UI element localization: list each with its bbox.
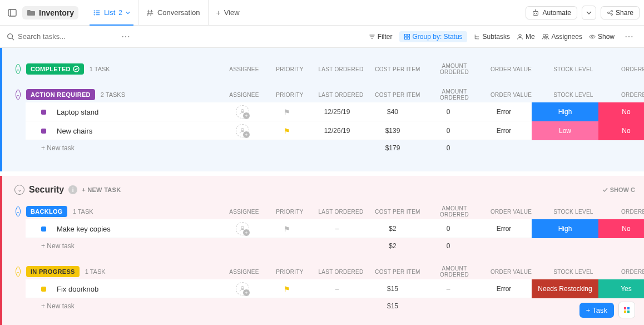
share-button[interactable]: Share xyxy=(601,6,640,19)
assignee-add-button[interactable] xyxy=(236,222,249,235)
amount-cell: 0 xyxy=(420,108,476,116)
svg-point-32 xyxy=(591,36,593,37)
new-task-row[interactable]: + New task $15 xyxy=(26,298,641,314)
share-label: Share xyxy=(616,9,633,17)
task-name: Laptop stand xyxy=(56,108,220,116)
subtasks-button[interactable]: Subtasks xyxy=(474,33,510,41)
check-circle-icon xyxy=(73,66,80,72)
status-square-icon xyxy=(41,129,46,134)
task-row[interactable]: New chairs ⚑ 12/26/19 $139 0 Error Low N… xyxy=(26,121,641,140)
collapse-icon[interactable]: ⌄ xyxy=(14,185,24,195)
status-pill[interactable]: ACTION REQUIRED xyxy=(26,89,95,100)
app-header: Inventory List 2 Conversation + View Aut… xyxy=(0,0,644,26)
assignee-add-button[interactable] xyxy=(236,282,249,296)
column-header: ORDER VALUE xyxy=(483,269,539,275)
tab-label: Conversation xyxy=(157,8,200,17)
tab-add-view[interactable]: + View xyxy=(209,0,247,26)
task-row[interactable]: Laptop stand ⚑ 12/25/19 $40 0 Error High… xyxy=(26,102,641,121)
column-header: PRIORITY xyxy=(267,66,312,72)
apps-icon xyxy=(624,307,630,313)
assignees-label: Assignees xyxy=(552,33,582,41)
new-task-row[interactable]: + New task $179 0 xyxy=(26,140,641,156)
collapse-icon[interactable]: ⌄ xyxy=(16,206,21,216)
amount-cell: 0 xyxy=(420,127,476,135)
collapse-icon[interactable]: ⌄ xyxy=(16,90,21,100)
column-header: ORDERED xyxy=(608,92,644,98)
column-header: COST PER ITEM xyxy=(370,269,425,275)
svg-line-16 xyxy=(609,11,611,12)
group-by-button[interactable]: Group by: Status xyxy=(399,31,467,42)
amount-cell: 0 xyxy=(420,225,476,233)
priority-flag-icon[interactable]: ⚑ xyxy=(284,127,290,135)
svg-point-30 xyxy=(543,34,546,37)
new-task-row[interactable]: + New task $2 0 xyxy=(26,238,641,254)
tab-list[interactable]: List 2 xyxy=(85,0,138,26)
svg-point-36 xyxy=(241,226,244,229)
more-button[interactable]: ⋯ xyxy=(118,31,134,42)
ordered-badge[interactable]: No xyxy=(598,121,644,140)
task-name: New chairs xyxy=(56,127,220,135)
show-closed-button[interactable]: SHOW C xyxy=(602,186,640,193)
floating-actions: + Task xyxy=(579,302,635,318)
status-group: ⌄ COMPLETED 1 TASK ASSIGNEEPRIORITYLAST … xyxy=(13,61,641,77)
group-header: ⌄ COMPLETED 1 TASK ASSIGNEEPRIORITYLAST … xyxy=(13,61,641,77)
column-header: PRIORITY xyxy=(267,269,312,275)
task-count: 1 TASK xyxy=(90,66,110,72)
column-header: AMOUNT ORDERED xyxy=(427,63,482,75)
fab-label: Task xyxy=(592,306,607,314)
show-button[interactable]: Show xyxy=(589,33,615,41)
task-row[interactable]: Fix doorknob ⚑ – $15 – Error Needs Resto… xyxy=(26,279,641,298)
ordered-badge[interactable]: No xyxy=(598,219,644,238)
ordered-badge[interactable]: Yes xyxy=(598,279,644,298)
stock-level-badge[interactable]: Needs Restocking xyxy=(532,279,598,298)
status-group: ⌄ BACKLOG 1 TASK ASSIGNEEPRIORITYLAST OR… xyxy=(13,204,641,254)
group-icon xyxy=(404,33,410,40)
priority-flag-icon[interactable]: ⚑ xyxy=(284,285,290,293)
automate-dropdown-button[interactable] xyxy=(582,6,596,20)
stock-level-badge[interactable]: High xyxy=(532,102,598,121)
info-icon[interactable]: i xyxy=(68,185,77,194)
ordered-badge[interactable]: No xyxy=(598,102,644,121)
status-pill[interactable]: IN PROGRESS xyxy=(26,266,80,277)
sidebar-icon xyxy=(8,8,17,17)
toolbar-more-button[interactable]: ⋯ xyxy=(621,31,637,42)
folder-title-button[interactable]: Inventory xyxy=(22,6,78,19)
toolbar-right: Filter Group by: Status Subtasks Me Assi… xyxy=(369,31,637,42)
stock-level-badge[interactable]: Low xyxy=(532,121,598,140)
task-row[interactable]: Make key copies ⚑ – $2 0 Error High No xyxy=(26,219,641,238)
check-icon xyxy=(602,187,608,193)
tab-conversation[interactable]: Conversation xyxy=(138,0,209,26)
folder-name: Inventory xyxy=(39,8,74,17)
assignees-button[interactable]: Assignees xyxy=(542,33,582,41)
svg-rect-24 xyxy=(407,34,409,36)
status-pill[interactable]: BACKLOG xyxy=(26,206,67,217)
apps-fab[interactable] xyxy=(618,302,635,318)
collapse-icon[interactable]: ⌄ xyxy=(16,64,21,74)
me-button[interactable]: Me xyxy=(517,33,535,41)
view-tabs: List 2 Conversation + View xyxy=(85,0,247,26)
assignee-add-button[interactable] xyxy=(236,105,249,119)
stock-level-badge[interactable]: High xyxy=(532,219,598,238)
column-header: ASSIGNEE xyxy=(222,269,266,275)
new-task-label: + New task xyxy=(26,144,220,152)
collapse-icon[interactable]: ⌄ xyxy=(16,267,21,277)
filter-button[interactable]: Filter xyxy=(369,33,393,41)
hash-icon xyxy=(146,9,154,17)
status-pill[interactable]: COMPLETED xyxy=(26,63,84,75)
task-name: Make key copies xyxy=(56,225,220,233)
search-icon xyxy=(7,33,14,41)
automate-button[interactable]: Automate xyxy=(526,6,577,19)
new-task-link[interactable]: + NEW TASK xyxy=(82,186,121,193)
svg-point-2 xyxy=(94,10,95,11)
assignee-add-button[interactable] xyxy=(236,124,249,137)
priority-flag-icon[interactable]: ⚑ xyxy=(284,225,290,233)
column-header: AMOUNT ORDERED xyxy=(427,88,482,101)
tab-label: List xyxy=(104,8,115,17)
svg-point-10 xyxy=(536,13,537,14)
priority-flag-icon[interactable]: ⚑ xyxy=(284,108,290,116)
sidebar-toggle-button[interactable] xyxy=(4,5,20,21)
new-task-fab[interactable]: + Task xyxy=(579,303,614,318)
column-header: STOCK LEVEL xyxy=(540,92,607,98)
eye-icon xyxy=(589,33,596,40)
search-input[interactable] xyxy=(18,32,96,41)
